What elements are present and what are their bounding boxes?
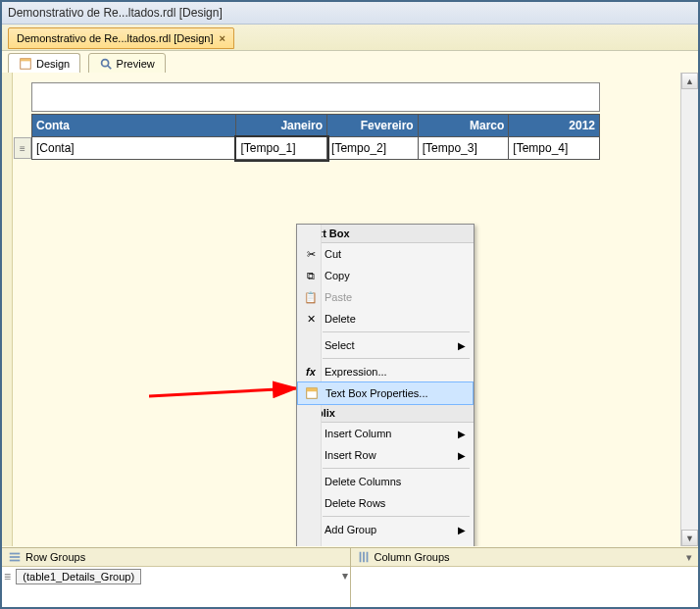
menu-insert-row[interactable]: Insert Row ▶	[297, 444, 474, 466]
dropdown-icon[interactable]: ▾	[342, 569, 348, 583]
document-tabstrip: Demonstrativo de Re...ltados.rdl [Design…	[2, 25, 698, 51]
svg-point-2	[101, 60, 108, 67]
svg-rect-12	[366, 552, 368, 563]
titlebar: Demonstrativo de Re...ltados.rdl [Design…	[2, 2, 698, 25]
row-groups-pane: Row Groups ≡ (table1_Details_Group) ▾	[2, 548, 351, 607]
svg-rect-9	[10, 560, 21, 562]
separator	[323, 516, 470, 517]
cell[interactable]: [Tempo_3]	[418, 137, 509, 160]
scroll-up-icon[interactable]: ▲	[681, 73, 698, 89]
copy-icon: ⧉	[303, 268, 319, 283]
menu-delete[interactable]: ✕ Delete	[297, 308, 474, 330]
svg-line-3	[107, 66, 111, 70]
details-icon: ≡	[4, 570, 11, 584]
document-tab[interactable]: Demonstrativo de Re...ltados.rdl [Design…	[8, 27, 234, 49]
tab-design[interactable]: Design	[8, 53, 80, 75]
tab-preview[interactable]: Preview	[88, 53, 166, 75]
report-title-band[interactable]	[31, 82, 600, 112]
row-groups-header: Row Groups	[2, 548, 350, 567]
design-surface[interactable]: Conta Janeiro Fevereiro Marco 2012 [Cont…	[2, 73, 698, 546]
col-header[interactable]: Conta	[32, 115, 236, 137]
cell[interactable]: [Tempo_4]	[509, 137, 600, 160]
menu-delete-columns[interactable]: Delete Columns	[297, 471, 474, 492]
row-groups-icon	[8, 550, 22, 564]
menu-copy[interactable]: ⧉ Copy	[297, 265, 474, 286]
menu-delete-rows[interactable]: Delete Rows	[297, 492, 474, 514]
row-groups-body[interactable]: ≡ (table1_Details_Group) ▾	[2, 567, 350, 607]
context-menu-header-textbox: Text Box	[297, 225, 474, 243]
menu-select[interactable]: Select ▶	[297, 334, 474, 356]
menu-insert-column[interactable]: Insert Column ▶	[297, 423, 474, 444]
close-icon[interactable]: ×	[220, 32, 225, 44]
svg-rect-6	[307, 388, 318, 392]
context-menu-header-tablix: Tablix	[297, 404, 474, 423]
context-menu: Text Box ✂ Cut ⧉ Copy 📋 Paste ✕ Delete	[296, 224, 475, 546]
col-header[interactable]: 2012	[509, 115, 600, 137]
svg-rect-1	[21, 59, 31, 62]
col-header[interactable]: Marco	[418, 115, 509, 137]
menu-cut[interactable]: ✂ Cut	[297, 243, 474, 265]
col-header[interactable]: Fevereiro	[327, 115, 419, 137]
menu-paste: 📋 Paste	[297, 286, 474, 308]
column-groups-body[interactable]	[351, 567, 699, 607]
properties-icon	[304, 385, 320, 401]
row-group-item[interactable]: (table1_Details_Group)	[16, 569, 141, 584]
scroll-down-icon[interactable]: ▼	[681, 530, 698, 546]
menu-row-group[interactable]: Row Group ▶	[297, 540, 474, 546]
svg-rect-8	[10, 556, 21, 558]
separator	[323, 468, 470, 469]
col-header[interactable]: Janeiro	[236, 115, 327, 137]
tablix[interactable]: Conta Janeiro Fevereiro Marco 2012 [Cont…	[31, 114, 600, 160]
delete-icon: ✕	[303, 311, 319, 327]
svg-rect-7	[10, 553, 21, 555]
cell[interactable]: [Tempo_2]	[327, 137, 419, 160]
grouping-pane: Row Groups ≡ (table1_Details_Group) ▾ Co…	[2, 547, 698, 607]
report-body: Conta Janeiro Fevereiro Marco 2012 [Cont…	[31, 82, 600, 160]
dropdown-icon[interactable]: ▾	[686, 548, 692, 566]
document-tab-label: Demonstrativo de Re...ltados.rdl [Design…	[17, 32, 214, 44]
design-icon	[19, 57, 32, 71]
fx-icon: fx	[303, 364, 319, 380]
annotation-arrow	[149, 367, 311, 416]
row-handle-icon[interactable]: ≡	[14, 137, 31, 159]
tab-preview-label: Preview	[117, 58, 155, 70]
tablix-header-row: Conta Janeiro Fevereiro Marco 2012	[32, 115, 600, 137]
column-groups-header: Column Groups ▾	[351, 548, 699, 567]
svg-rect-11	[363, 552, 365, 563]
row-groups-label: Row Groups	[25, 548, 85, 566]
menu-add-group[interactable]: Add Group ▶	[297, 519, 474, 540]
cell[interactable]: [Conta]	[32, 137, 236, 160]
svg-rect-10	[359, 552, 361, 563]
vertical-ruler	[2, 73, 13, 546]
chevron-right-icon: ▶	[458, 525, 466, 535]
separator	[323, 331, 470, 332]
document-name: Demonstrativo de Re...ltados.rdl [Design…	[8, 6, 223, 20]
cell-selected[interactable]: [Tempo_1]	[236, 137, 327, 160]
preview-icon	[99, 57, 113, 71]
vertical-scrollbar[interactable]: ▲ ▼	[680, 73, 698, 546]
column-groups-icon	[357, 550, 371, 564]
cut-icon: ✂	[303, 246, 319, 262]
chevron-right-icon: ▶	[458, 429, 466, 439]
column-groups-label: Column Groups	[375, 548, 450, 566]
column-groups-pane: Column Groups ▾	[351, 548, 699, 607]
menu-expression[interactable]: fx Expression...	[297, 361, 474, 382]
paste-icon: 📋	[303, 289, 319, 305]
chevron-right-icon: ▶	[458, 450, 466, 461]
separator	[323, 358, 470, 359]
app-window: Demonstrativo de Re...ltados.rdl [Design…	[0, 0, 700, 609]
chevron-right-icon: ▶	[458, 546, 466, 547]
tablix-detail-row: [Conta] [Tempo_1] [Tempo_2] [Tempo_3] [T…	[32, 137, 600, 160]
svg-line-4	[149, 388, 296, 396]
tab-design-label: Design	[36, 58, 70, 70]
menu-textbox-properties[interactable]: Text Box Properties...	[297, 381, 474, 405]
chevron-right-icon: ▶	[458, 340, 466, 351]
scroll-track[interactable]	[681, 89, 698, 530]
